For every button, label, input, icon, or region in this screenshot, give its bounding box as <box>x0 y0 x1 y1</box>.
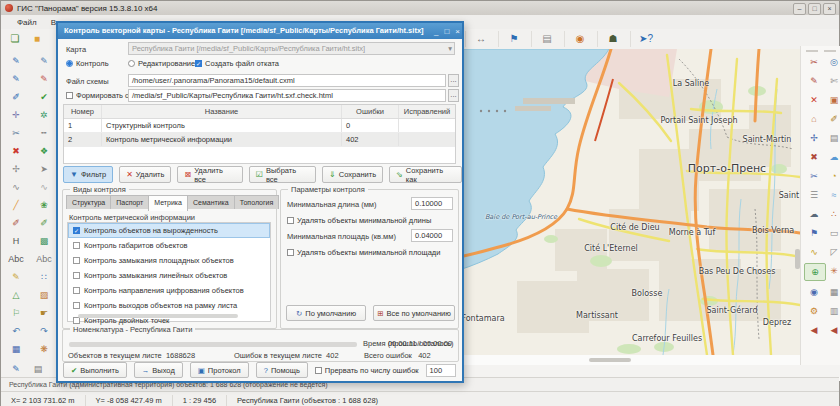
accept-edit-icon[interactable]: ✔ <box>34 89 54 105</box>
tab-4[interactable]: Топология <box>234 195 279 209</box>
checklist-item[interactable]: Контроль замыкания площадных объектов <box>68 253 270 268</box>
diag-box-icon[interactable]: ◸ <box>824 244 840 260</box>
checklist-item[interactable]: ✓Контроль объектов на вырожденность <box>68 223 270 238</box>
draw-pencil-icon[interactable]: ✎ <box>6 53 26 69</box>
palette-icon[interactable]: ◉ <box>564 31 589 47</box>
scheme-file-input[interactable]: /home/user/.panorama/Panorama15/default.… <box>128 74 446 87</box>
globe-run-icon[interactable]: ⊕ <box>804 263 826 281</box>
exit-left-icon[interactable]: ◀ <box>804 322 824 338</box>
hscroll-thumb[interactable] <box>589 358 631 362</box>
curve-icon[interactable]: ∿ <box>804 244 824 260</box>
table-row[interactable]: 2Контроль метрической информации402 <box>64 133 455 147</box>
search-icon[interactable]: ◉ <box>804 284 824 300</box>
turtle-speed-icon[interactable]: ☗ <box>597 31 622 47</box>
dialog-close-button[interactable]: × <box>455 27 460 36</box>
green-sketch-icon[interactable]: ✐ <box>34 215 54 231</box>
undo-icon[interactable]: ↶ <box>6 323 26 339</box>
settings-star-icon[interactable]: ❋ <box>34 341 54 357</box>
map-hscrollbar[interactable] <box>459 355 800 365</box>
save-as-button[interactable]: ⇘Сохранить как <box>389 166 462 183</box>
map-scale[interactable]: 1 : 29 456 <box>173 395 227 406</box>
min-length-input[interactable]: 0.10000 <box>411 197 453 210</box>
fill-grid-icon[interactable]: ▩ <box>34 233 54 249</box>
move-object-icon[interactable]: ✛ <box>6 107 26 123</box>
help-button[interactable]: ?Помощь <box>256 362 308 378</box>
delete-red-icon[interactable]: ✕ <box>804 92 824 108</box>
red-sketch-icon[interactable]: ✐ <box>6 215 26 231</box>
delete-object-icon[interactable]: ✖ <box>6 143 26 159</box>
scheme-browse-button[interactable]: ... <box>448 74 459 87</box>
pen-icon[interactable]: ✐ <box>824 111 840 127</box>
window-maximize-button[interactable]: □ <box>808 3 821 15</box>
waves-icon[interactable]: ≈ <box>824 187 840 203</box>
control-results-table[interactable]: НомерНазваниеОшибкиИсправлений1Структурн… <box>63 104 456 164</box>
node-edit-icon[interactable]: ✢ <box>6 161 26 177</box>
table-icon[interactable]: ▤ <box>824 130 840 146</box>
calc-icon[interactable]: ▦ <box>824 284 840 300</box>
layers-icon[interactable]: ☰ <box>804 187 824 203</box>
all-default-button[interactable]: ⊞ Все по умолчанию <box>373 305 455 321</box>
sign-pencil-icon[interactable]: ✐ <box>6 89 26 105</box>
checklist-item[interactable]: Контроль замыкания линейных объектов <box>68 268 270 283</box>
delete-all-button[interactable]: ⊠Удалить все <box>177 166 242 183</box>
dash-tool-icon[interactable]: ╍ <box>34 125 54 141</box>
window-close-button[interactable]: × <box>823 3 836 15</box>
copy-object-icon[interactable]: ❖ <box>34 143 54 159</box>
window-minimize-button[interactable]: – <box>793 3 806 15</box>
context-help-icon[interactable]: ➤? <box>630 31 655 47</box>
report-file-input[interactable]: /media/sf_Public/Карты/Республика Гаити/… <box>128 89 446 102</box>
rollback-checkbox[interactable]: ✓ Создать файл отката <box>195 59 279 68</box>
triangle-tool-icon[interactable]: △ <box>6 287 26 303</box>
flag-tool-icon[interactable]: ⚐ <box>6 305 26 321</box>
tab-2[interactable]: Метрика <box>148 195 188 211</box>
hatch-square-icon[interactable]: ▨ <box>34 287 54 303</box>
delete-button[interactable]: ✕Удалить <box>119 166 171 183</box>
menu-item-0[interactable]: Файл <box>17 18 37 27</box>
map-combobox[interactable]: Республика Гаити [/media/sf_Public/Карты… <box>128 42 455 55</box>
delete-min-length-checkbox[interactable]: Удалять объекты минимальной длины <box>287 216 431 225</box>
pie-icon[interactable]: ◔ <box>824 168 840 184</box>
wave-line-icon[interactable]: ∿ <box>34 179 54 195</box>
cross-tool-icon[interactable]: ✢ <box>804 130 824 146</box>
protocol-button[interactable]: ▣Протокол <box>190 362 249 378</box>
cut-map-icon[interactable]: ✂ <box>804 54 824 70</box>
arrow-tool-icon[interactable]: ➤ <box>34 161 54 177</box>
clip-icon[interactable]: ✂ <box>804 168 824 184</box>
edit-red-pencil-icon[interactable]: ✎ <box>34 71 54 87</box>
red-pencil-icon[interactable]: ✎ <box>804 73 824 89</box>
dots-icon[interactable]: ∴ <box>824 206 840 222</box>
edit-pencil-icon[interactable]: ✎ <box>6 71 26 87</box>
orange-box-icon[interactable]: ▣ <box>824 92 840 108</box>
dialog-titlebar[interactable]: Контроль векторной карты - Республика Га… <box>58 23 462 39</box>
default-button[interactable]: ↻ По умолчанию <box>286 305 366 321</box>
home-icon[interactable]: ⌂ <box>804 111 824 127</box>
checklist-item[interactable]: Контроль направления цифрования объектов <box>68 283 270 298</box>
split-object-icon[interactable]: ✂ <box>6 125 26 141</box>
delete-min-area-checkbox[interactable]: Удалять объекты минимальной площади <box>287 248 440 257</box>
layers-list-icon[interactable]: ▤ <box>28 361 48 377</box>
tab-3[interactable]: Семантика <box>187 195 235 209</box>
run-button[interactable]: ✔Выполнить <box>63 362 127 378</box>
select-all-button[interactable]: ☑Выбрать все <box>249 166 316 183</box>
pan-mode-icon[interactable]: ↔ <box>465 31 490 47</box>
route-flag-icon[interactable]: ⚑ <box>804 225 824 241</box>
pointer-hand-icon[interactable]: ☛ <box>34 305 54 321</box>
select-flag-icon[interactable]: ⚑ <box>498 31 523 47</box>
scissors-icon[interactable]: ✄ <box>824 73 840 89</box>
gear-icon[interactable]: ⚙ <box>804 303 824 319</box>
slope-line-icon[interactable]: ╱ <box>6 197 26 213</box>
table-row[interactable]: 1Структурный контроль0 <box>64 119 455 133</box>
abort-count-input[interactable]: 100 <box>426 364 456 377</box>
save-button[interactable]: ⇓Сохранить <box>322 166 383 183</box>
flower-area-icon[interactable]: ❀ <box>34 197 54 213</box>
tab-1[interactable]: Паспорт <box>110 195 149 209</box>
text-abc-icon[interactable]: Abc <box>6 251 26 267</box>
cloud-icon[interactable]: ☁ <box>824 149 840 165</box>
storm-icon[interactable]: ☁ <box>804 206 824 222</box>
calc-alt-icon[interactable]: ▥ <box>824 303 840 319</box>
checklist-item[interactable]: Контроль габаритов объектов <box>68 238 270 253</box>
edit-radio[interactable]: Редактирование <box>128 59 195 68</box>
horizontal-text-icon[interactable]: H <box>6 233 26 249</box>
palette-grid-icon[interactable]: ▦ <box>6 341 26 357</box>
rotate-object-icon[interactable]: ✲ <box>34 107 54 123</box>
